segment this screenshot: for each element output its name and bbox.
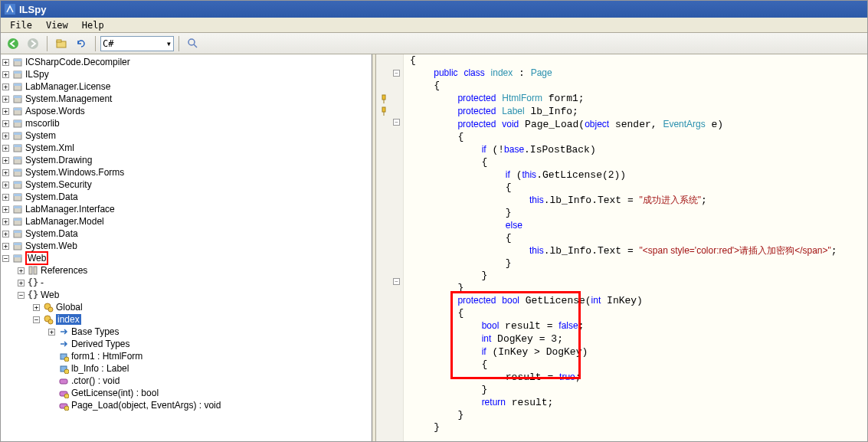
tree-ns-dash[interactable]: {}- (2, 277, 370, 289)
svg-rect-56 (382, 95, 385, 100)
tree-assembly[interactable]: System.Drawing (2, 154, 370, 166)
expand-icon[interactable] (2, 218, 9, 225)
collapse-icon[interactable] (18, 292, 25, 299)
tree-assembly[interactable]: ILSpy (2, 68, 370, 80)
tree-label: System.Windows.Forms (25, 167, 124, 178)
tree-derived-types[interactable]: Derived Types (2, 338, 370, 350)
assembly-tree[interactable]: ICSharpCode.DecompilerILSpyLabManager.Li… (1, 54, 372, 441)
svg-rect-20 (14, 133, 21, 135)
tree-assembly[interactable]: mscorlib (2, 117, 370, 129)
tree-assembly[interactable]: System.Xml (2, 142, 370, 154)
method-icon (57, 375, 70, 387)
tree-label: - (41, 277, 44, 288)
tree-label: LabManager.Model (25, 216, 104, 227)
field-icon (57, 350, 70, 362)
svg-rect-24 (14, 157, 21, 159)
tree-label: form1 : HtmlForm (71, 351, 142, 362)
toolbar-sep (47, 36, 47, 51)
expand-icon[interactable] (2, 108, 9, 115)
tree-field-lbinfo[interactable]: lb_Info : Label (2, 362, 370, 375)
toolbar-sep2 (95, 36, 96, 51)
search-button[interactable] (184, 35, 202, 52)
menu-file[interactable]: File (4, 18, 38, 32)
expand-icon[interactable] (2, 206, 9, 213)
expand-icon[interactable] (2, 96, 9, 103)
tree-assembly[interactable]: System.Windows.Forms (2, 166, 370, 178)
forward-button[interactable] (24, 35, 42, 52)
tree-field-form1[interactable]: form1 : HtmlForm (2, 350, 370, 362)
tree-assembly[interactable]: System.Web (2, 240, 370, 252)
svg-point-50 (64, 369, 69, 374)
tree-assembly-web[interactable]: Web (2, 252, 370, 264)
assembly-icon (11, 203, 24, 215)
expand-icon[interactable] (2, 145, 9, 152)
tree-assembly[interactable]: LabManager.Model (2, 215, 370, 228)
tree-class-index[interactable]: index (2, 313, 370, 326)
tree-assembly[interactable]: LabManager.License (2, 80, 370, 93)
back-button[interactable] (4, 35, 22, 52)
code-viewer[interactable]: − − − { public class index : Page { prot… (376, 54, 867, 441)
tree-method-getlicense[interactable]: GetLicense(int) : bool (2, 387, 370, 399)
tree-label: System.Web (25, 241, 77, 251)
tree-assembly[interactable]: System.Management (2, 93, 370, 105)
arrow-icon (57, 326, 70, 338)
expand-icon[interactable] (2, 71, 9, 78)
tree-ns-web[interactable]: {}Web (2, 289, 370, 301)
expand-icon[interactable] (2, 133, 9, 139)
expand-icon[interactable] (2, 169, 9, 176)
menu-view[interactable]: View (40, 18, 74, 32)
toolbar: C# (1, 33, 867, 54)
tree-label: Aspose.Words (25, 106, 85, 116)
svg-rect-16 (14, 108, 21, 110)
svg-point-55 (64, 406, 69, 411)
tree-class-global[interactable]: Global (2, 301, 370, 313)
collapse-icon[interactable] (2, 255, 9, 262)
tree-label: System.Drawing (25, 155, 92, 165)
expand-icon[interactable] (2, 83, 9, 90)
expand-icon[interactable] (48, 329, 55, 336)
assembly-icon (11, 252, 24, 264)
expand-icon[interactable] (2, 120, 9, 127)
tree-label: System.Security (25, 179, 92, 190)
tree-assembly[interactable]: Aspose.Words (2, 105, 370, 117)
tree-assembly[interactable]: System.Data (2, 228, 370, 240)
open-button[interactable] (52, 35, 70, 52)
tree-assembly[interactable]: ICSharpCode.Decompiler (2, 56, 370, 68)
expand-icon[interactable] (2, 157, 9, 164)
svg-rect-18 (14, 120, 21, 123)
expand-icon[interactable] (2, 194, 9, 201)
svg-rect-42 (34, 267, 37, 274)
svg-rect-40 (14, 255, 21, 257)
pin-icon (379, 106, 390, 117)
expand-icon[interactable] (18, 267, 25, 274)
expand-icon[interactable] (2, 231, 9, 237)
expand-icon[interactable] (2, 59, 9, 66)
fold-minus-icon[interactable]: − (393, 278, 400, 285)
tree-label: Page_Load(object, EventArgs) : void (71, 400, 221, 411)
tree-assembly[interactable]: System.Data (2, 191, 370, 203)
language-combo[interactable]: C# (100, 36, 174, 51)
tree-method-pageload[interactable]: Page_Load(object, EventArgs) : void (2, 399, 370, 411)
refresh-button[interactable] (72, 35, 90, 52)
tree-references[interactable]: References (2, 264, 370, 277)
tree-base-types[interactable]: Base Types (2, 326, 370, 338)
class-icon (42, 313, 54, 326)
tree-label: ILSpy (25, 69, 49, 80)
expand-icon[interactable] (2, 182, 9, 188)
svg-rect-30 (14, 194, 21, 196)
expand-icon[interactable] (2, 243, 9, 250)
menu-help[interactable]: Help (76, 18, 110, 32)
tree-assembly[interactable]: LabManager.Interface (2, 203, 370, 215)
collapse-icon[interactable] (33, 316, 40, 323)
title-bar: ILSpy (1, 1, 867, 18)
fold-minus-icon[interactable]: − (393, 70, 400, 77)
expand-icon[interactable] (33, 304, 40, 311)
svg-rect-32 (14, 206, 21, 208)
tree-label: mscorlib (25, 118, 60, 129)
tree-assembly[interactable]: System (2, 129, 370, 142)
expand-icon[interactable] (18, 280, 25, 286)
tree-method-ctor[interactable]: .ctor() : void (2, 375, 370, 387)
svg-rect-34 (14, 218, 21, 221)
fold-minus-icon[interactable]: − (393, 119, 400, 126)
tree-assembly[interactable]: System.Security (2, 178, 370, 191)
